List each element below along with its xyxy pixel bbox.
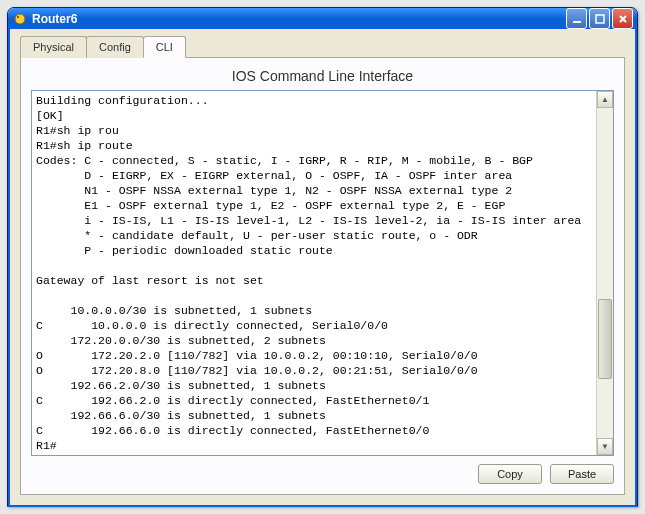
client-area: Physical Config CLI IOS Command Line Int… xyxy=(8,29,637,507)
svg-rect-2 xyxy=(573,21,581,23)
close-button[interactable] xyxy=(612,8,633,29)
tab-bar: Physical Config CLI xyxy=(20,35,625,58)
maximize-button[interactable] xyxy=(589,8,610,29)
copy-button[interactable]: Copy xyxy=(478,464,542,484)
scroll-thumb[interactable] xyxy=(598,299,612,379)
scroll-up-icon[interactable]: ▲ xyxy=(597,91,613,108)
panel-title: IOS Command Line Interface xyxy=(31,64,614,90)
terminal-output[interactable]: Building configuration... [OK] R1#sh ip … xyxy=(32,91,596,455)
titlebar: Router6 xyxy=(8,8,637,29)
terminal-container: Building configuration... [OK] R1#sh ip … xyxy=(31,90,614,456)
cli-panel: IOS Command Line Interface Building conf… xyxy=(20,58,625,495)
minimize-button[interactable] xyxy=(566,8,587,29)
button-row: Copy Paste xyxy=(31,464,614,484)
svg-point-1 xyxy=(17,16,19,18)
app-icon xyxy=(12,11,28,27)
scrollbar[interactable]: ▲ ▼ xyxy=(596,91,613,455)
svg-point-0 xyxy=(15,14,25,24)
tab-cli[interactable]: CLI xyxy=(143,36,186,58)
paste-button[interactable]: Paste xyxy=(550,464,614,484)
svg-rect-3 xyxy=(596,15,604,23)
scroll-track[interactable] xyxy=(597,108,613,438)
tab-config[interactable]: Config xyxy=(86,36,144,58)
tab-physical[interactable]: Physical xyxy=(20,36,87,58)
window-title: Router6 xyxy=(32,12,566,26)
scroll-down-icon[interactable]: ▼ xyxy=(597,438,613,455)
app-window: Router6 Physical Config CLI IOS Command … xyxy=(7,7,638,507)
window-controls xyxy=(566,8,633,29)
